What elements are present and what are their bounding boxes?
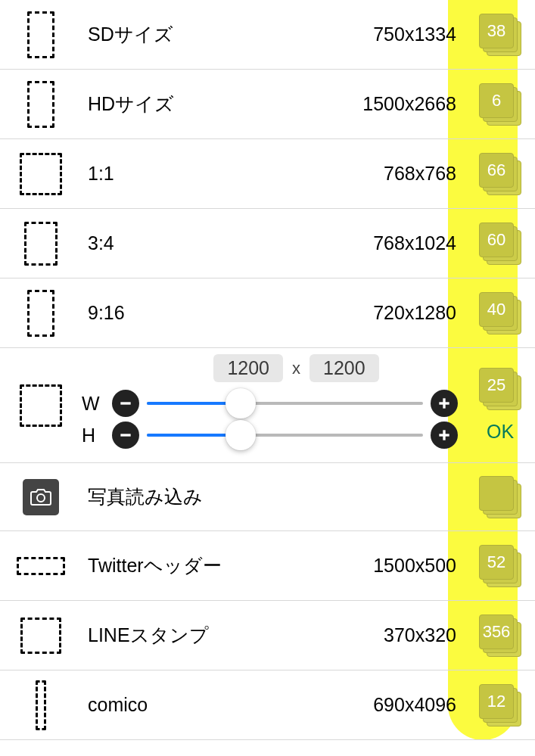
camera-icon [23,479,59,515]
custom-size-section: 1200x1200WH25OK [0,348,535,463]
preset-label: 1:1 [82,163,114,185]
height-plus-button[interactable] [431,422,458,449]
height-input[interactable]: 1200 [309,354,379,382]
aspect-icon [24,222,58,266]
layer-badge: 12 [479,684,521,726]
photo-import-row[interactable]: 写真読み込み [0,463,535,531]
preset-label: Twitterヘッダー [82,553,222,578]
preset-dimensions: 370x320 [209,624,465,646]
height-slider[interactable] [147,422,423,449]
width-slider[interactable] [147,390,423,417]
width-label: W [82,393,104,415]
aspect-icon [27,81,54,128]
preset-dimensions: 1500x500 [222,555,465,577]
layer-badge: 40 [479,292,521,334]
aspect-icon [17,557,65,575]
layer-badge: 6 [479,83,521,126]
svg-point-6 [37,494,45,502]
layer-badge-count: 25 [479,368,514,403]
layer-badge-count: 60 [479,222,514,257]
aspect-icon [20,618,61,654]
svg-rect-5 [443,430,445,440]
preset-label: HDサイズ [82,92,174,117]
preset-label: LINEスタンプ [82,623,209,648]
width-slider-thumb[interactable] [226,388,256,418]
layer-badge: 38 [479,14,521,56]
preset-row[interactable]: Twitterヘッダー1500x50052 [0,531,535,601]
preset-label: SDサイズ [82,22,173,47]
preset-dimensions: 720x1280 [125,302,465,324]
height-label: H [82,425,104,446]
layer-badge: 66 [479,153,521,195]
layer-badge: 52 [479,545,521,587]
svg-rect-2 [443,398,445,408]
aspect-icon [27,290,54,337]
layer-badge [479,476,521,518]
height-minus-button[interactable] [112,422,139,449]
preset-dimensions: 1500x2668 [174,93,465,115]
layer-badge: 60 [479,222,521,265]
layer-badge: 25 [479,368,521,410]
preset-label: 9:16 [82,302,125,324]
layer-badge-count: 356 [479,614,514,649]
layer-badge-count: 38 [479,14,514,48]
svg-rect-3 [120,434,130,436]
preset-label: 3:4 [82,232,114,254]
layer-badge-count [479,476,514,511]
preset-row[interactable]: comico690x409612 [0,670,535,740]
height-slider-thumb[interactable] [226,420,256,450]
width-plus-button[interactable] [431,390,458,417]
width-input[interactable]: 1200 [213,354,283,382]
layer-badge-count: 40 [479,292,514,327]
ok-label[interactable]: OK [487,421,514,443]
preset-dimensions: 690x4096 [148,694,465,716]
layer-badge: 356 [479,614,521,657]
preset-dimensions: 768x1024 [114,232,465,254]
layer-badge-count: 52 [479,545,514,580]
aspect-icon [20,153,62,195]
photo-import-label: 写真読み込み [82,484,203,509]
layer-badge-count: 66 [479,153,514,188]
aspect-icon [20,384,62,427]
preset-row[interactable]: 1:1768x76866 [0,139,535,209]
preset-label: comico [82,694,148,716]
preset-row[interactable]: 3:4768x102460 [0,209,535,278]
aspect-icon [27,11,54,58]
layer-badge-count: 6 [479,83,514,118]
layer-badge-count: 12 [479,684,514,719]
preset-dimensions: 768x768 [114,163,465,185]
preset-row[interactable]: LINEスタンプ370x320356 [0,601,535,670]
preset-row[interactable]: HDサイズ1500x26686 [0,70,535,139]
preset-row[interactable]: SDサイズ750x133438 [0,0,535,70]
preset-dimensions: 750x1334 [173,23,465,45]
dimension-separator: x [292,359,300,378]
preset-row[interactable]: 9:16720x128040 [0,278,535,348]
svg-rect-0 [120,402,130,404]
width-minus-button[interactable] [112,390,139,417]
aspect-icon [36,680,46,730]
